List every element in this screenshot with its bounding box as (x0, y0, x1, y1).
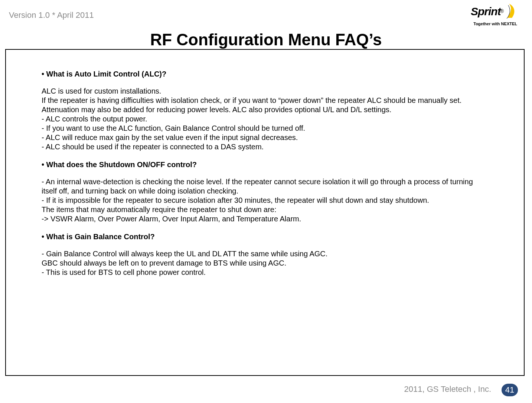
slide-page: Version 1.0 * April 2011 Sprint® Togethe… (0, 0, 532, 403)
brand-logo-row: Sprint® (471, 5, 518, 21)
brand-tagline: Together with NEXTEL (471, 22, 518, 26)
swoosh-icon (505, 3, 518, 21)
faq-question: • What does the Shutdown ON/OFF control? (42, 160, 483, 169)
faq-answer: - Gain Balance Control will always keep … (42, 249, 483, 277)
faq-answer: - An internal wave-detection is checking… (42, 177, 483, 224)
content-frame: • What is Auto Limit Control (ALC)? ALC … (5, 49, 525, 376)
faq-question: • What is Gain Balance Control? (42, 233, 483, 241)
faq-answer: ALC is used for custom installations. If… (42, 87, 483, 152)
version-text: Version 1.0 * April 2011 (9, 10, 94, 20)
page-title: RF Configuration Menu FAQ’s (0, 30, 532, 49)
page-number-badge: 41 (502, 384, 518, 396)
footer-copyright: 2011, GS Teletech , Inc. (404, 384, 491, 394)
brand-word: Sprint (471, 5, 501, 17)
faq-question: • What is Auto Limit Control (ALC)? (42, 70, 483, 78)
brand-logo: Sprint® Together with NEXTEL (471, 5, 518, 26)
registered-mark: ® (500, 8, 504, 14)
brand-name: Sprint® (471, 5, 504, 18)
